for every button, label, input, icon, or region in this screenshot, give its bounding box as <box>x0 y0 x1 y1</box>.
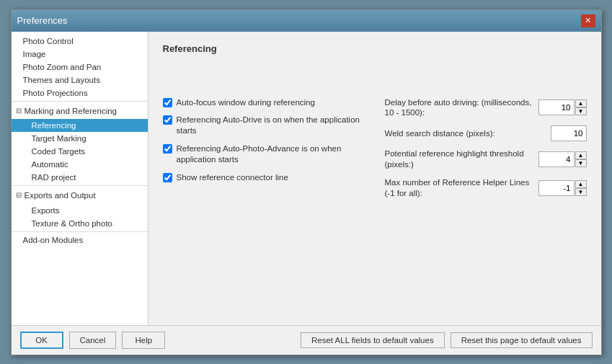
expand-icon: ⊟ <box>16 107 22 115</box>
sidebar: Photo Control Image Photo Zoom and Pan T… <box>12 32 148 325</box>
reset-all-button[interactable]: Reset ALL fields to default values <box>301 332 445 348</box>
sidebar-label: Target Marking <box>32 134 87 143</box>
max-ref-lines-down-button[interactable]: ▼ <box>575 188 587 196</box>
sidebar-label: Automatic <box>32 160 68 169</box>
potential-ref-spinner: ▲ ▼ <box>538 151 587 167</box>
right-settings: Delay before auto driving: (milliseconds… <box>385 97 587 207</box>
field-row-weld: Weld search distance (pixels): <box>385 125 587 141</box>
autophoto-label: Referencing Auto-Photo-Advance is on whe… <box>177 143 363 165</box>
show-connector-checkbox[interactable] <box>163 173 172 182</box>
max-ref-lines-input[interactable] <box>538 180 575 196</box>
sidebar-item-target-marking[interactable]: Target Marking <box>12 132 148 145</box>
dialog-title: Preferences <box>17 15 68 26</box>
potential-ref-label: Potential reference highlight threshold … <box>385 148 533 170</box>
sidebar-item-exports[interactable]: Exports <box>12 204 148 217</box>
checkbox-row-show-connector: Show reference connector line <box>163 172 363 183</box>
dialog-body: Photo Control Image Photo Zoom and Pan T… <box>12 32 601 325</box>
separator <box>12 101 148 102</box>
weld-input[interactable] <box>551 125 587 141</box>
autodrive-checkbox[interactable] <box>163 115 172 125</box>
autofocus-label: Auto-focus window during referencing <box>177 97 315 108</box>
sidebar-item-photo-projections[interactable]: Photo Projections <box>12 86 148 99</box>
separator2 <box>12 185 148 186</box>
footer-right: Reset ALL fields to default values Reset… <box>301 332 592 348</box>
potential-ref-down-button[interactable]: ▼ <box>575 159 587 167</box>
show-connector-label: Show reference connector line <box>177 172 288 183</box>
autodrive-label: Referencing Auto-Drive is on when the ap… <box>177 115 363 136</box>
autophoto-checkbox[interactable] <box>163 144 172 154</box>
checkbox-row-autofocus: Auto-focus window during referencing <box>163 97 363 108</box>
title-bar: Preferences ✕ <box>12 10 601 32</box>
sidebar-item-coded-targets[interactable]: Coded Targets <box>12 145 148 158</box>
field-row-potential-ref: Potential reference highlight threshold … <box>385 148 587 170</box>
preferences-dialog: Preferences ✕ Photo Control Image Photo … <box>11 9 602 355</box>
sidebar-label: RAD project <box>32 173 76 182</box>
max-ref-lines-up-button[interactable]: ▲ <box>575 180 587 188</box>
autofocus-checkbox[interactable] <box>163 98 172 107</box>
cancel-button[interactable]: Cancel <box>69 332 117 349</box>
sidebar-label: Coded Targets <box>32 147 86 156</box>
main-content: Referencing Auto-focus window during ref… <box>148 32 601 325</box>
max-ref-lines-label: Max number of Reference Helper Lines (-1… <box>385 177 533 199</box>
sidebar-item-photo-control[interactable]: Photo Control <box>12 35 148 48</box>
potential-ref-input[interactable] <box>538 151 575 167</box>
sidebar-label: Photo Zoom and Pan <box>23 63 102 71</box>
sidebar-section-marking-referencing[interactable]: ⊟ Marking and Referencing <box>12 103 148 120</box>
sidebar-section-exports-output[interactable]: ⊟ Exports and Output <box>12 187 148 204</box>
delay-label: Delay before auto driving: (milliseconds… <box>385 97 533 119</box>
separator3 <box>12 231 148 232</box>
sidebar-label: Referencing <box>32 121 76 130</box>
sidebar-label: Image <box>23 50 46 58</box>
max-ref-lines-spinner-buttons: ▲ ▼ <box>575 180 587 196</box>
left-settings: Auto-focus window during referencing Ref… <box>163 97 363 207</box>
field-row-max-ref-lines: Max number of Reference Helper Lines (-1… <box>385 177 587 199</box>
sidebar-label: Themes and Layouts <box>23 76 100 84</box>
reset-page-button[interactable]: Reset this page to default values <box>451 332 593 348</box>
delay-down-button[interactable]: ▼ <box>575 107 587 115</box>
checkbox-row-autophoto: Referencing Auto-Photo-Advance is on whe… <box>163 143 363 165</box>
sidebar-item-addon-modules[interactable]: Add-on Modules <box>12 234 148 247</box>
delay-spinner: ▲ ▼ <box>538 99 587 115</box>
sidebar-item-themes-layouts[interactable]: Themes and Layouts <box>12 74 148 86</box>
help-button[interactable]: Help <box>122 332 165 349</box>
footer-left: OK Cancel Help <box>20 332 166 349</box>
delay-input[interactable] <box>538 99 575 115</box>
field-row-delay: Delay before auto driving: (milliseconds… <box>385 97 587 119</box>
delay-up-button[interactable]: ▲ <box>575 99 587 107</box>
sidebar-item-referencing[interactable]: Referencing <box>12 119 148 132</box>
checkbox-row-autodrive: Referencing Auto-Drive is on when the ap… <box>163 115 363 136</box>
section-label: Marking and Referencing <box>25 106 117 117</box>
sidebar-item-image[interactable]: Image <box>12 48 148 61</box>
dialog-footer: OK Cancel Help Reset ALL fields to defau… <box>12 325 601 355</box>
expand-icon2: ⊟ <box>16 191 22 199</box>
max-ref-lines-spinner: ▲ ▼ <box>538 180 587 196</box>
sidebar-item-automatic[interactable]: Automatic <box>12 158 148 171</box>
weld-label: Weld search distance (pixels): <box>385 128 545 139</box>
section-label2: Exports and Output <box>25 190 96 201</box>
sidebar-item-rad-project[interactable]: RAD project <box>12 171 148 184</box>
sidebar-label: Add-on Modules <box>23 236 84 244</box>
potential-ref-up-button[interactable]: ▲ <box>575 151 587 159</box>
close-button[interactable]: ✕ <box>581 14 595 27</box>
sidebar-item-texture-ortho[interactable]: Texture & Ortho photo <box>12 217 148 230</box>
sidebar-label: Exports <box>32 206 60 215</box>
sidebar-label: Texture & Ortho photo <box>32 219 113 228</box>
sidebar-label: Photo Projections <box>23 89 88 97</box>
settings-area: Auto-focus window during referencing Ref… <box>163 97 587 207</box>
sidebar-item-photo-zoom-pan[interactable]: Photo Zoom and Pan <box>12 61 148 74</box>
sidebar-label: Photo Control <box>23 37 74 45</box>
ok-button[interactable]: OK <box>20 332 63 349</box>
delay-spinner-buttons: ▲ ▼ <box>575 99 587 115</box>
section-title: Referencing <box>163 43 587 54</box>
potential-ref-spinner-buttons: ▲ ▼ <box>575 151 587 167</box>
